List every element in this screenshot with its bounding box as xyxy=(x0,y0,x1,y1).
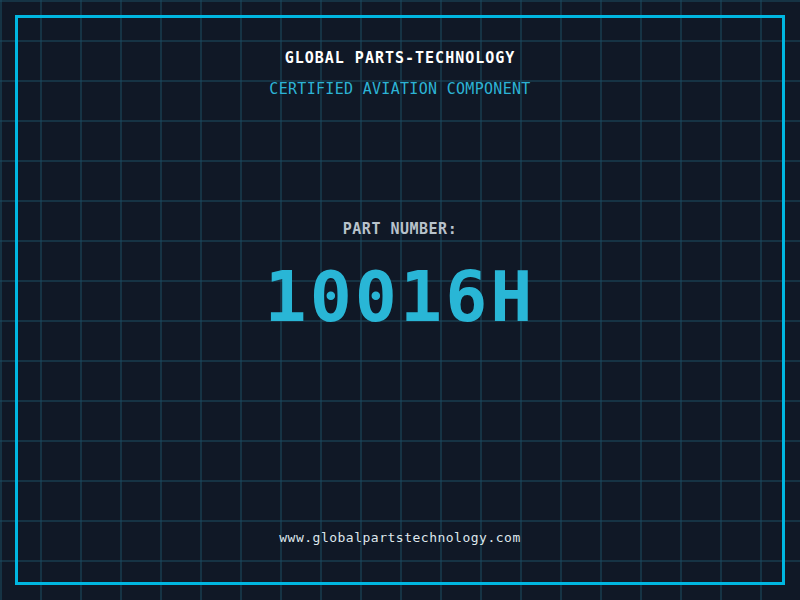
page-subtitle: CERTIFIED AVIATION COMPONENT xyxy=(0,80,800,98)
part-number-value: 10016H xyxy=(0,262,800,332)
website-url: www.globalpartstechnology.com xyxy=(0,530,800,545)
part-number-label: PART NUMBER: xyxy=(0,220,800,238)
page-title: GLOBAL PARTS-TECHNOLOGY xyxy=(0,49,800,67)
grid-background: GLOBAL PARTS-TECHNOLOGY CERTIFIED AVIATI… xyxy=(0,0,800,600)
